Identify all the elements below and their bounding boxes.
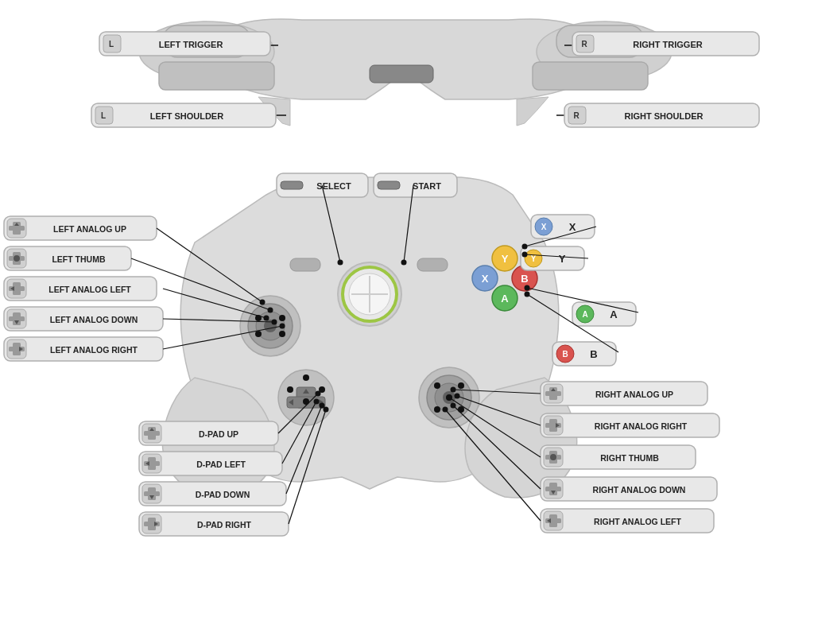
svg-point-49 — [303, 374, 309, 381]
right-analog-left-label: RIGHT ANALOG LEFT — [594, 517, 681, 526]
dpad-up-label: D-PAD UP — [199, 429, 238, 439]
svg-text:Y: Y — [531, 254, 537, 263]
dpad-right-label: D-PAD RIGHT — [197, 520, 252, 530]
right-shoulder-label: RIGHT SHOULDER — [625, 111, 704, 121]
right-analog-down-label: RIGHT ANALOG DOWN — [593, 485, 686, 495]
svg-rect-4 — [159, 62, 274, 90]
svg-rect-6 — [370, 65, 433, 83]
svg-point-175 — [451, 387, 456, 393]
left-analog-left-label: LEFT ANALOG LEFT — [48, 285, 131, 294]
right-trigger-label: RIGHT TRIGGER — [633, 40, 702, 49]
svg-point-187 — [522, 252, 528, 258]
svg-rect-71 — [281, 181, 303, 189]
left-analog-down-label: LEFT ANALOG DOWN — [50, 315, 138, 324]
svg-point-157 — [260, 300, 266, 305]
right-thumb-label: RIGHT THUMB — [600, 453, 659, 463]
svg-point-193 — [338, 260, 343, 266]
svg-rect-89 — [9, 226, 25, 231]
left-analog-right-label: LEFT ANALOG RIGHT — [50, 345, 138, 355]
svg-point-165 — [280, 324, 285, 329]
svg-point-185 — [522, 244, 528, 250]
svg-point-54 — [458, 382, 464, 389]
svg-text:B: B — [562, 350, 568, 359]
svg-text:A: A — [582, 310, 587, 319]
svg-text:A: A — [501, 293, 509, 305]
svg-point-183 — [443, 407, 448, 413]
y-button-label: Y — [559, 253, 566, 265]
svg-text:L: L — [109, 40, 114, 48]
left-trigger-label: LEFT TRIGGER — [159, 40, 223, 49]
svg-text:X: X — [541, 223, 547, 231]
svg-text:X: X — [482, 273, 489, 285]
b-button-label: B — [590, 348, 597, 360]
svg-point-169 — [314, 399, 320, 405]
x-button-label: X — [569, 221, 576, 233]
dpad-down-label: D-PAD DOWN — [196, 490, 250, 499]
svg-point-50 — [287, 386, 293, 393]
svg-point-53 — [434, 382, 440, 389]
start-label: START — [413, 181, 441, 191]
right-analog-up-label: RIGHT ANALOG UP — [595, 390, 673, 399]
a-button-label: A — [610, 308, 618, 320]
svg-point-171 — [320, 403, 325, 409]
svg-point-167 — [316, 391, 321, 397]
svg-point-163 — [272, 320, 277, 325]
svg-point-159 — [268, 308, 273, 313]
svg-rect-21 — [417, 258, 448, 271]
svg-point-189 — [525, 285, 530, 291]
svg-text:L: L — [101, 111, 106, 120]
svg-point-95 — [14, 255, 20, 262]
svg-point-195 — [401, 260, 407, 266]
svg-point-55 — [434, 406, 440, 413]
svg-rect-114 — [144, 431, 160, 436]
svg-point-177 — [455, 394, 460, 399]
right-analog-right-label: RIGHT ANALOG RIGHT — [595, 421, 688, 431]
left-thumb-label: LEFT THUMB — [52, 254, 105, 264]
svg-point-181 — [451, 403, 456, 409]
left-shoulder-label: LEFT SHOULDER — [150, 111, 223, 121]
svg-text:R: R — [581, 40, 587, 48]
svg-point-48 — [279, 331, 285, 337]
svg-point-47 — [255, 331, 262, 337]
svg-text:Y: Y — [502, 253, 509, 265]
dpad-left-label: D-PAD LEFT — [196, 460, 246, 469]
svg-text:R: R — [573, 111, 579, 120]
svg-rect-20 — [290, 258, 320, 271]
left-analog-up-label: LEFT ANALOG UP — [53, 224, 126, 234]
svg-point-173 — [324, 407, 329, 413]
svg-rect-73 — [378, 181, 400, 189]
svg-point-179 — [447, 395, 452, 401]
svg-rect-5 — [533, 62, 648, 90]
svg-point-191 — [525, 292, 530, 297]
svg-point-145 — [550, 454, 556, 460]
svg-point-161 — [264, 316, 269, 321]
svg-rect-134 — [545, 391, 561, 396]
svg-text:B: B — [521, 273, 528, 285]
svg-point-46 — [279, 315, 285, 321]
